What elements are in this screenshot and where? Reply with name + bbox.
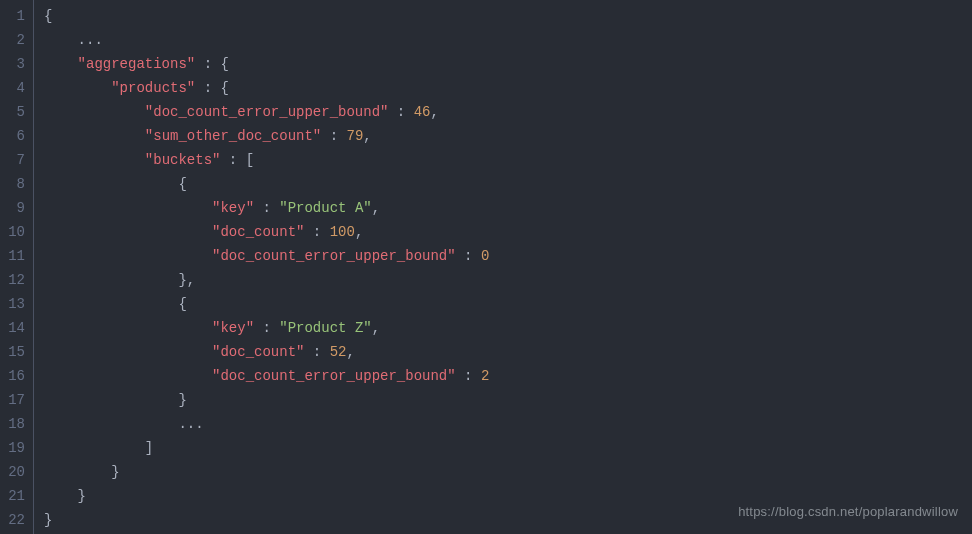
line-number: 16	[6, 364, 25, 388]
watermark-url: https://blog.csdn.net/poplarandwillow	[738, 500, 958, 524]
line-number: 11	[6, 244, 25, 268]
line-number: 19	[6, 436, 25, 460]
line-number-gutter: 12345678910111213141516171819202122	[0, 0, 34, 534]
line-number: 2	[6, 28, 25, 52]
line-number: 6	[6, 124, 25, 148]
line-number: 5	[6, 100, 25, 124]
line-number: 18	[6, 412, 25, 436]
code-line: }	[44, 484, 489, 508]
code-line: {	[44, 172, 489, 196]
code-line: "doc_count_error_upper_bound" : 0	[44, 244, 489, 268]
line-number: 13	[6, 292, 25, 316]
line-number: 10	[6, 220, 25, 244]
line-number: 8	[6, 172, 25, 196]
code-line: "aggregations" : {	[44, 52, 489, 76]
line-number: 17	[6, 388, 25, 412]
code-line: },	[44, 268, 489, 292]
code-line: }	[44, 388, 489, 412]
line-number: 7	[6, 148, 25, 172]
line-number: 22	[6, 508, 25, 532]
line-number: 4	[6, 76, 25, 100]
code-line: ...	[44, 28, 489, 52]
line-number: 1	[6, 4, 25, 28]
code-line: "doc_count_error_upper_bound" : 46,	[44, 100, 489, 124]
code-line: "doc_count" : 52,	[44, 340, 489, 364]
line-number: 20	[6, 460, 25, 484]
code-line: "buckets" : [	[44, 148, 489, 172]
code-line: {	[44, 292, 489, 316]
line-number: 9	[6, 196, 25, 220]
line-number: 3	[6, 52, 25, 76]
line-number: 14	[6, 316, 25, 340]
code-line: {	[44, 4, 489, 28]
code-content: { ... "aggregations" : { "products" : { …	[34, 0, 489, 534]
code-line: "products" : {	[44, 76, 489, 100]
code-line: ]	[44, 436, 489, 460]
code-line: "doc_count" : 100,	[44, 220, 489, 244]
code-line: ...	[44, 412, 489, 436]
line-number: 15	[6, 340, 25, 364]
line-number: 12	[6, 268, 25, 292]
code-line: "key" : "Product Z",	[44, 316, 489, 340]
code-line: }	[44, 460, 489, 484]
code-line: "key" : "Product A",	[44, 196, 489, 220]
code-line: "doc_count_error_upper_bound" : 2	[44, 364, 489, 388]
code-editor: 12345678910111213141516171819202122 { ..…	[0, 0, 972, 534]
line-number: 21	[6, 484, 25, 508]
code-line: }	[44, 508, 489, 532]
code-line: "sum_other_doc_count" : 79,	[44, 124, 489, 148]
